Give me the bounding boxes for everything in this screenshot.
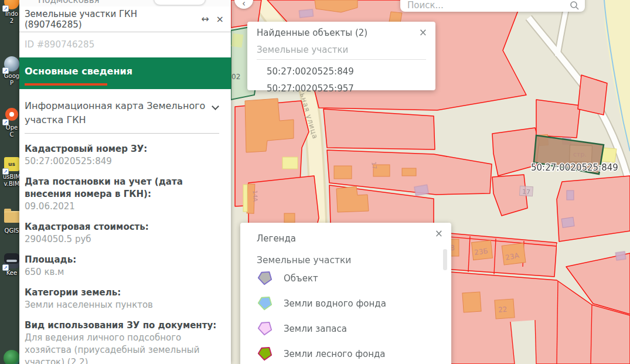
field-land-category: Категории земель: Земли населенных пункт… (25, 287, 219, 311)
field-area: Площадь: 650 кв.м (25, 254, 219, 278)
legend-popup: Легенда × Земельные участки Объект Земли… (240, 223, 451, 364)
legend-item: Земли лесного фонда (257, 341, 442, 364)
panel-body: Информационная карта Земельного участка … (19, 89, 231, 364)
chevron-left-icon: ‹ (242, 0, 246, 9)
desktop-icon-keepass[interactable]: ➚ Kee (2, 253, 19, 277)
search-input[interactable] (407, 0, 570, 11)
label-str: стр. (573, 151, 587, 158)
icon-label: v.BIM (2, 181, 19, 188)
desktop-icon-opera[interactable]: ➚ Ope С (2, 107, 19, 138)
search-bar (400, 0, 585, 12)
field-label: Дата постановки на учет (дата внесения н… (25, 176, 219, 200)
toggle-pill[interactable] (154, 0, 206, 5)
field-value: 09.06.2021 (25, 200, 219, 213)
map-gap-bottom (510, 320, 536, 364)
earth-icon (4, 350, 19, 364)
label-22: 22 (498, 305, 507, 314)
shortcut-arrow-icon: ➚ (2, 5, 9, 12)
parcel-object-icon (257, 271, 273, 286)
object-id: ID #890746285 (19, 32, 231, 57)
found-objects-popup: Найденные объекты (2) × Земельные участк… (247, 22, 435, 90)
found-objects-group-label: Земельные участки (257, 45, 426, 60)
label-02: 02 (231, 73, 240, 81)
found-objects-title: Найденные объекты (2) (257, 28, 426, 38)
field-value: 2904050.5 руб (25, 233, 219, 246)
legend-item: Земли запаса (257, 316, 442, 341)
legend-item-label: Земли водного фонда (284, 298, 386, 309)
tab-main-info[interactable]: Основные сведения (19, 57, 231, 89)
shortcut-arrow-icon: ➚ (2, 168, 9, 175)
icon-label: 2 (2, 18, 19, 25)
resize-icon[interactable]: ↔ (201, 13, 209, 25)
icon-label: С (2, 131, 19, 138)
field-cadastral-value: Кадастровая стоимость: 2904050.5 руб (25, 221, 219, 246)
legend-group-label: Земельные участки (257, 255, 442, 266)
field-label: Вид использования ЗУ по документу: (25, 319, 219, 332)
legend-scrollbar[interactable] (443, 249, 447, 270)
icon-label: Р (2, 80, 19, 87)
icon-label: QGIS (2, 227, 19, 234)
shortcut-arrow-icon: ➚ (2, 264, 9, 271)
field-value: Земли населенных пунктов (25, 299, 219, 311)
green-zone-patch (231, 33, 244, 47)
legend-item-label: Земли лесного фонда (284, 349, 386, 359)
forest-lands-icon (257, 346, 273, 362)
legend-item: Земли водного фонда (257, 291, 442, 316)
desktop-icon-usbim[interactable]: us➚ usBIM v.BIM (2, 156, 19, 188)
field-value: Для ведения личного подсобного хозяйства… (25, 332, 219, 364)
panel-top-bar: Подмосковья (19, 0, 231, 6)
label-14a: 14А (252, 190, 259, 202)
search-icon[interactable] (570, 1, 579, 10)
label-17b: 17 (522, 188, 530, 196)
selected-parcel-label: 50:27:0020525:849 (531, 162, 618, 173)
found-object-item[interactable]: 50:27:0020525:849 (267, 66, 426, 77)
panel-title: Земельные участки ГКН (890746285) (25, 9, 194, 30)
legend-item-label: Земли запаса (284, 324, 347, 334)
reserve-lands-icon (257, 321, 273, 336)
chevron-down-icon[interactable] (212, 103, 219, 110)
shortcut-arrow-icon: ➚ (2, 119, 9, 125)
field-permitted-use: Вид использования ЗУ по документу: Для в… (25, 319, 219, 364)
desktop-icon-qgis[interactable]: QGIS (2, 207, 19, 234)
tab-active-underline (25, 83, 107, 86)
region-label: Подмосковья (38, 0, 100, 5)
close-icon[interactable]: × (419, 28, 427, 37)
found-object-item[interactable]: 50:27:0020525:957 (267, 83, 426, 94)
water-lands-icon (257, 296, 273, 311)
desktop-icon-indo[interactable]: ➚ Indo 2 (2, 0, 19, 25)
card-title: Информационная карта Земельного участка … (25, 99, 208, 127)
close-icon[interactable]: × (216, 13, 224, 25)
label-17a: 17 (370, 161, 378, 169)
tab-label: Основные сведения (25, 66, 132, 77)
folder-icon (4, 211, 20, 223)
desktop-icon-earth-globe[interactable] (2, 350, 19, 364)
legend-item-label: Объект (284, 273, 318, 284)
close-icon[interactable]: × (435, 229, 443, 238)
field-cadastral-number: Кадастровый номер ЗУ: 50:27:0020525:849 (25, 143, 219, 168)
shortcut-arrow-icon: ➚ (2, 67, 9, 74)
desktop-icon-google-earth[interactable]: ➚ Goog Р (2, 56, 19, 87)
field-label: Площадь: (25, 254, 219, 266)
info-panel: Подмосковья Земельные участки ГКН (89074… (19, 0, 231, 364)
field-label: Кадастровая стоимость: (25, 221, 219, 233)
field-registration-date: Дата постановки на учет (дата внесения н… (25, 176, 219, 213)
card-header[interactable]: Информационная карта Земельного участка … (25, 99, 219, 127)
desktop-strip: ➚ Indo 2 ➚ Goog Р ➚ Ope С us➚ usBIM v.BI… (0, 0, 19, 364)
field-label: Кадастровый номер ЗУ: (25, 143, 219, 155)
field-label: Категории земель: (25, 287, 219, 299)
legend-item: Объект (257, 266, 442, 291)
field-value: 650 кв.м (25, 266, 219, 278)
divider (25, 133, 219, 134)
field-value: 50:27:0020525:849 (25, 155, 219, 168)
legend-title: Легенда (257, 233, 442, 244)
panel-header: Земельные участки ГКН (890746285) ↔ × (19, 6, 231, 32)
